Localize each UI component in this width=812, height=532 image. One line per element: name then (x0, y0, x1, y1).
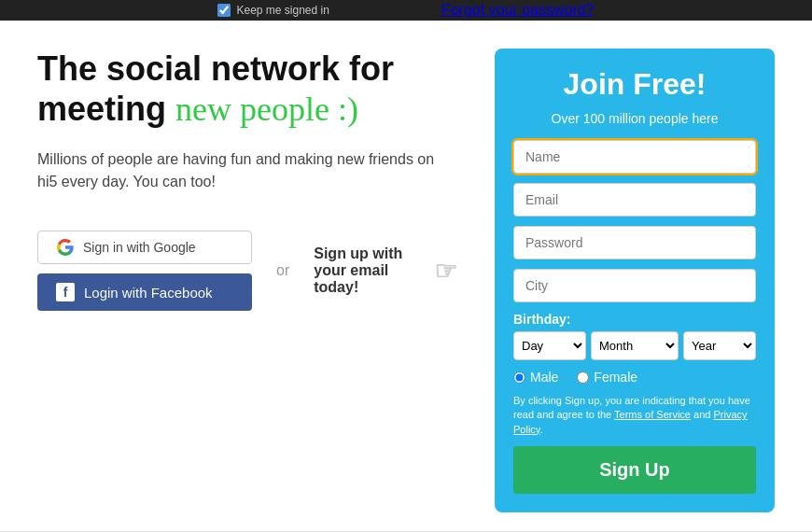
signup-button[interactable]: Sign Up (513, 446, 756, 494)
main-content: The social network formeeting new people… (0, 21, 812, 531)
join-title: Join Free! (513, 67, 756, 102)
password-input[interactable] (513, 226, 756, 259)
sub-tagline: Millions of people are having fun and ma… (37, 148, 457, 193)
tagline: The social network formeeting new people… (37, 49, 457, 130)
forgot-password-link[interactable]: Forgot your password? (441, 2, 595, 18)
month-select[interactable]: Month JanuaryFebruaryMarch AprilMayJune … (591, 331, 679, 360)
year-select[interactable]: Year 2005200420032002 2001200019991998 1… (683, 331, 756, 360)
keep-signed-in-checkbox[interactable] (217, 4, 231, 17)
or-divider: or (267, 260, 299, 281)
facebook-login-button[interactable]: f Login with Facebook (37, 273, 252, 311)
or-text: or (276, 260, 289, 281)
birthday-label: Birthday: (513, 312, 756, 327)
birthday-selects: Day 12345 678910 1112131415 1617181920 2… (513, 331, 756, 360)
google-icon (57, 239, 74, 256)
terms-text: By clicking Sign up, you are indicating … (513, 394, 756, 437)
join-subtitle: Over 100 million people here (513, 111, 756, 126)
gender-row: Male Female (513, 370, 756, 385)
google-btn-label: Sign in with Google (83, 240, 196, 255)
name-input[interactable] (513, 140, 756, 174)
keep-signed-in-area: Keep me signed in (217, 4, 329, 17)
birthday-row: Birthday: Day 12345 678910 1112131415 16… (513, 312, 756, 360)
city-input[interactable] (513, 269, 756, 302)
left-side: The social network formeeting new people… (37, 49, 476, 512)
join-form-panel: Join Free! Over 100 million people here … (495, 49, 775, 512)
email-input[interactable] (513, 183, 756, 217)
terms-of-service-link[interactable]: Terms of Service (614, 409, 691, 420)
terms-and: and (693, 409, 713, 420)
cursor-icon: ☞ (434, 256, 457, 287)
gender-male-label: Male (530, 370, 558, 385)
facebook-btn-label: Login with Facebook (84, 285, 213, 301)
top-bar: Keep me signed in Forgot your password? (0, 0, 812, 21)
google-signin-button[interactable]: Sign in with Google (37, 231, 252, 264)
social-buttons: Sign in with Google f Login with Faceboo… (37, 231, 252, 311)
signup-email-prompt: Sign up with your email today! ☞ (314, 245, 457, 296)
keep-signed-in-label: Keep me signed in (236, 4, 329, 17)
gender-male-radio[interactable] (513, 371, 525, 384)
gender-female-radio[interactable] (577, 371, 589, 384)
tagline-cursive: new people :) (175, 91, 358, 128)
day-select[interactable]: Day 12345 678910 1112131415 1617181920 2… (513, 331, 586, 360)
forgot-password-area: Forgot your password? (441, 2, 595, 19)
signup-email-text: Sign up with your email today! (314, 245, 425, 296)
gender-male-option[interactable]: Male (513, 370, 558, 385)
social-login-area: Sign in with Google f Login with Faceboo… (37, 231, 457, 311)
facebook-icon: f (56, 283, 75, 301)
gender-female-label: Female (594, 370, 637, 385)
gender-female-option[interactable]: Female (577, 370, 637, 385)
